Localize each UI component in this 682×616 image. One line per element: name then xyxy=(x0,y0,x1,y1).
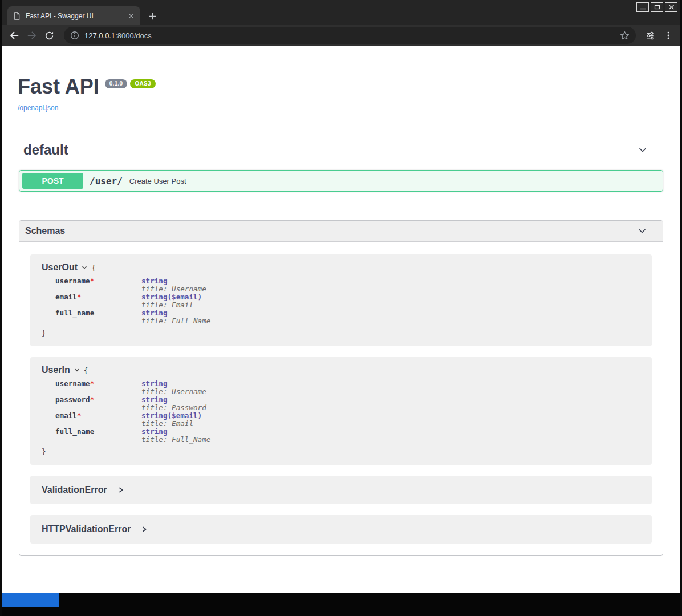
url-path: :8000/docs xyxy=(115,31,152,40)
property-type: string xyxy=(141,277,168,285)
address-bar[interactable]: 127.0.0.1:8000/docs xyxy=(64,27,636,44)
model-properties: username* string title: Username passwor… xyxy=(42,380,640,444)
property-definition: string title: Username xyxy=(141,380,640,396)
property-title: title: Username xyxy=(141,388,640,396)
reload-icon xyxy=(44,31,54,40)
property-type: string xyxy=(141,293,168,301)
property-name: email* xyxy=(55,293,141,309)
back-button[interactable] xyxy=(5,27,23,44)
property-format: ($email) xyxy=(168,293,202,301)
tag-section-default[interactable]: default xyxy=(19,142,663,164)
property-name: username* xyxy=(55,380,141,396)
chevron-right-icon xyxy=(141,526,148,533)
property-name: username* xyxy=(55,277,141,293)
property-name: full_name xyxy=(55,428,141,444)
schemas-section: Schemas UserOut { xyxy=(19,220,663,556)
close-brace: } xyxy=(42,329,640,337)
bottom-bar xyxy=(2,593,680,616)
reload-button[interactable] xyxy=(40,27,58,44)
required-star: * xyxy=(77,411,82,420)
bottom-blue-strip xyxy=(2,593,59,607)
forward-icon xyxy=(27,30,37,40)
endpoint-post-user[interactable]: POST /user/ Create User Post xyxy=(19,170,663,192)
property-type: string xyxy=(141,427,168,436)
property-title: title: Full_Name xyxy=(141,317,640,325)
property-definition: string title: Password xyxy=(141,396,640,412)
close-icon xyxy=(668,5,675,10)
model-httpvalidationerror: HTTPValidationError xyxy=(30,515,652,544)
tab-close-icon[interactable] xyxy=(127,12,135,20)
method-badge: POST xyxy=(22,173,83,189)
property-title: title: Email xyxy=(141,301,640,309)
tab-title: Fast API - Swagger UI xyxy=(26,12,123,20)
url-host: 127.0.0.1 xyxy=(84,31,115,40)
document-icon xyxy=(13,11,21,21)
property-name: full_name xyxy=(55,309,141,325)
model-userin: UserIn { username* string title: Usernam… xyxy=(30,357,652,465)
model-name: UserIn xyxy=(42,365,70,375)
kebab-menu-icon xyxy=(664,31,673,40)
window-titlebar: Fast API - Swagger UI xyxy=(2,0,680,25)
maximize-button[interactable] xyxy=(651,2,663,12)
open-brace: { xyxy=(91,264,96,272)
new-tab-button[interactable] xyxy=(148,11,157,21)
property-type: string xyxy=(141,395,168,404)
endpoint-summary: Create User Post xyxy=(129,177,186,185)
property-name: email* xyxy=(55,412,141,428)
property-row: username* string title: Username xyxy=(42,277,640,293)
property-type: string xyxy=(141,411,168,420)
endpoint-path: /user/ xyxy=(90,176,123,187)
property-definition: string($email) title: Email xyxy=(141,293,640,309)
model-userout-toggle[interactable]: UserOut { xyxy=(42,262,640,273)
bookmark-star-icon[interactable] xyxy=(620,31,630,40)
info-icon[interactable] xyxy=(70,31,79,40)
api-title: Fast API0.1.0OAS3 xyxy=(18,76,664,97)
model-validationerror: ValidationError xyxy=(30,476,652,504)
model-userin-toggle[interactable]: UserIn { xyxy=(42,365,640,375)
tab-strip: Fast API - Swagger UI xyxy=(7,6,157,25)
property-title: title: Password xyxy=(141,404,640,412)
required-star: * xyxy=(77,293,82,301)
browser-window: Fast API - Swagger UI xyxy=(0,0,682,616)
property-name: password* xyxy=(55,396,141,412)
property-title: title: Email xyxy=(141,420,640,428)
model-httpvalidationerror-toggle[interactable]: HTTPValidationError xyxy=(42,524,640,534)
property-definition: string title: Full_Name xyxy=(141,309,640,325)
browser-menu-button[interactable] xyxy=(659,27,677,44)
window-controls xyxy=(636,2,677,12)
tune-button[interactable] xyxy=(642,27,659,44)
chevron-down-icon xyxy=(637,144,648,156)
required-star: * xyxy=(90,379,95,388)
minimize-button[interactable] xyxy=(636,2,649,12)
tag-name: default xyxy=(23,142,68,158)
chevron-down-icon xyxy=(636,225,648,237)
browser-toolbar: 127.0.0.1:8000/docs xyxy=(2,25,680,46)
required-star: * xyxy=(90,395,95,404)
property-definition: string($email) title: Email xyxy=(141,412,640,428)
model-properties: username* string title: Username email* … xyxy=(42,277,640,325)
openapi-json-link[interactable]: /openapi.json xyxy=(18,104,58,112)
model-validationerror-toggle[interactable]: ValidationError xyxy=(42,485,640,495)
api-info: Fast API0.1.0OAS3 /openapi.json xyxy=(18,76,664,112)
model-name: HTTPValidationError xyxy=(42,524,131,534)
property-row: email* string($email) title: Email xyxy=(42,293,640,309)
version-badge: 0.1.0 xyxy=(105,79,128,88)
property-format: ($email) xyxy=(168,411,202,420)
browser-tab[interactable]: Fast API - Swagger UI xyxy=(7,6,140,25)
model-name: ValidationError xyxy=(42,485,107,495)
property-definition: string title: Username xyxy=(141,277,640,293)
schemas-header[interactable]: Schemas xyxy=(19,221,663,242)
model-name: UserOut xyxy=(42,262,78,273)
property-row: username* string title: Username xyxy=(42,380,640,396)
property-row: full_name string title: Full_Name xyxy=(42,309,640,325)
swagger-page: Fast API0.1.0OAS3 /openapi.json default … xyxy=(2,46,680,593)
schemas-body: UserOut { username* string title: Userna… xyxy=(19,242,663,555)
property-row: full_name string title: Full_Name xyxy=(42,428,640,444)
property-row: email* string($email) title: Email xyxy=(42,412,640,428)
property-type: string xyxy=(141,309,168,317)
forward-button[interactable] xyxy=(23,27,40,44)
property-title: title: Username xyxy=(141,285,640,293)
api-title-text: Fast API xyxy=(18,75,99,98)
property-type: string xyxy=(141,379,168,388)
close-button[interactable] xyxy=(665,2,677,12)
